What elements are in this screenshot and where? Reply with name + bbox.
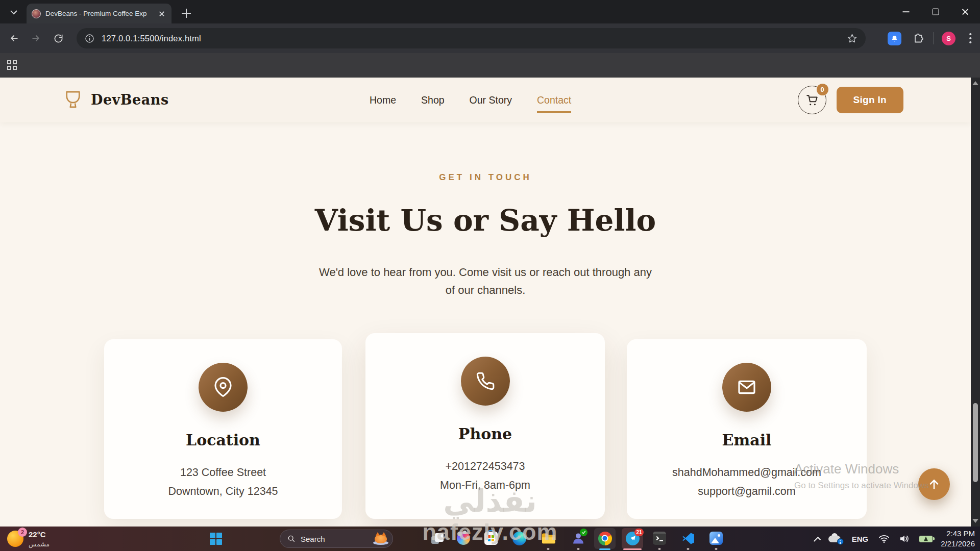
new-tab-button[interactable]	[180, 7, 193, 20]
scrollbar-down-arrow[interactable]	[972, 519, 978, 523]
notification-extension-button[interactable]	[888, 32, 901, 45]
scrollbar-up-arrow[interactable]	[972, 81, 978, 85]
running-indicator-dot	[715, 548, 718, 550]
location-icon-circle	[199, 363, 248, 412]
system-tray: ENG 2:43 PM 2/21/2026	[814, 527, 980, 551]
onedrive-info-badge	[837, 538, 844, 545]
tab-search-button[interactable]	[6, 5, 21, 20]
card-line: Mon-Fri, 8am-6pm	[365, 476, 605, 495]
tray-chevron-up-icon[interactable]	[814, 537, 821, 544]
weather-alert-badge: 2	[18, 528, 27, 537]
clock-time: 2:43 PM	[941, 529, 975, 539]
cart-icon	[805, 93, 819, 107]
bookmark-star-icon[interactable]	[847, 33, 857, 44]
card-line: 123 Coffee Street	[104, 463, 342, 482]
clock-date: 2/21/2026	[941, 539, 975, 549]
cart-button[interactable]: 0	[798, 86, 826, 114]
teams-button[interactable]	[571, 531, 586, 546]
edge-button[interactable]	[511, 531, 527, 546]
store-icon	[484, 532, 498, 545]
nav-item-shop[interactable]: Shop	[421, 94, 445, 106]
tab-close-icon[interactable]	[157, 9, 166, 18]
reload-button[interactable]	[51, 31, 65, 45]
brand-logo[interactable]: DevBeans	[62, 89, 169, 110]
language-indicator[interactable]: ENG	[852, 535, 869, 543]
site-favicon-icon	[32, 9, 41, 18]
weather-condition: مشمس	[29, 540, 50, 548]
window-maximize-button[interactable]	[921, 0, 950, 23]
scroll-to-top-button[interactable]	[918, 468, 950, 500]
profile-avatar[interactable]: S	[942, 32, 955, 45]
forward-button[interactable]	[29, 31, 43, 45]
microsoft-store-button[interactable]	[483, 531, 499, 546]
page-title: Visit Us or Say Hello	[0, 203, 971, 238]
header-actions: 0 Sign In	[798, 86, 903, 114]
site-header: DevBeans Home Shop Our Story Contact 0 S…	[0, 78, 971, 122]
running-indicator-dot	[577, 548, 580, 550]
card-title: Phone	[365, 425, 605, 443]
card-title: Email	[627, 431, 867, 449]
card-line: +201272453473	[365, 457, 605, 476]
section-eyebrow: GET IN TOUCH	[0, 172, 971, 183]
file-explorer-button[interactable]	[541, 531, 556, 546]
location-pin-icon	[213, 377, 233, 397]
window-minimize-button[interactable]	[891, 0, 921, 23]
contact-card-phone: Phone +201272453473 Mon-Fri, 8am-6pm	[365, 333, 605, 519]
taskbar-search[interactable]: Search	[280, 530, 393, 548]
browser-tab[interactable]: DevBeans - Premium Coffee Exp	[27, 4, 172, 23]
edge-icon	[512, 532, 526, 545]
site-info-icon[interactable]	[85, 34, 94, 43]
chrome-active-indicator	[599, 548, 610, 550]
battery-icon[interactable]	[919, 536, 933, 542]
back-button[interactable]	[7, 31, 21, 45]
scrollbar-thumb[interactable]	[973, 403, 978, 482]
coffee-cup-icon	[62, 89, 84, 110]
weather-temperature: 22°C	[29, 530, 50, 539]
browser-menu-button[interactable]	[967, 32, 974, 45]
nav-item-our-story[interactable]: Our Story	[470, 94, 512, 106]
bell-icon	[891, 35, 898, 42]
web-page: DevBeans Home Shop Our Story Contact 0 S…	[0, 78, 980, 527]
task-view-button[interactable]	[429, 531, 445, 546]
telegram-button[interactable]: 21	[625, 531, 640, 546]
volume-button[interactable]	[899, 534, 910, 543]
page-subtitle: We'd love to hear from you. Come visit u…	[0, 263, 971, 299]
nav-item-home[interactable]: Home	[370, 94, 396, 106]
reload-icon	[54, 34, 63, 43]
vscode-button[interactable]	[680, 531, 696, 546]
page-scrollbar[interactable]	[971, 78, 980, 527]
url-bar[interactable]: 127.0.0.1:5500/index.html	[77, 28, 866, 48]
extensions-button[interactable]	[913, 32, 925, 44]
copilot-button[interactable]	[456, 531, 471, 546]
search-highlight-image[interactable]	[373, 532, 388, 545]
running-indicator-dot	[547, 548, 550, 550]
terminal-button[interactable]	[652, 531, 667, 546]
main-nav: Home Shop Our Story Contact	[370, 78, 571, 122]
status-check-badge	[580, 529, 587, 536]
taskbar-weather-widget[interactable]: 2 22°C مشمس	[7, 529, 50, 548]
nav-item-contact[interactable]: Contact	[537, 94, 571, 106]
url-text: 127.0.0.1:5500/index.html	[102, 34, 201, 43]
forward-arrow-icon	[31, 33, 41, 43]
arrow-up-icon	[927, 478, 941, 491]
window-close-button[interactable]	[950, 0, 980, 23]
vscode-icon	[681, 532, 695, 545]
wifi-button[interactable]	[878, 534, 890, 543]
task-view-icon	[430, 532, 444, 545]
card-line: shahdMohammed@gmail.com	[627, 463, 867, 482]
onedrive-button[interactable]	[828, 534, 843, 544]
phone-icon	[476, 371, 495, 391]
apps-grid-icon[interactable]	[7, 60, 17, 70]
browser-toolbar: 127.0.0.1:5500/index.html S	[0, 23, 980, 53]
photos-button[interactable]	[708, 531, 724, 546]
telegram-active-indicator	[623, 548, 642, 550]
chrome-button[interactable]	[597, 531, 612, 546]
teams-icon	[571, 531, 585, 545]
taskbar: 2 22°C مشمس Search	[0, 527, 980, 551]
tab-title: DevBeans - Premium Coffee Exp	[45, 10, 150, 17]
cart-count-badge: 0	[817, 84, 828, 95]
start-button[interactable]	[207, 533, 225, 545]
copilot-icon	[457, 532, 470, 545]
taskbar-clock[interactable]: 2:43 PM 2/21/2026	[941, 529, 975, 549]
sign-in-button[interactable]: Sign In	[837, 87, 903, 113]
